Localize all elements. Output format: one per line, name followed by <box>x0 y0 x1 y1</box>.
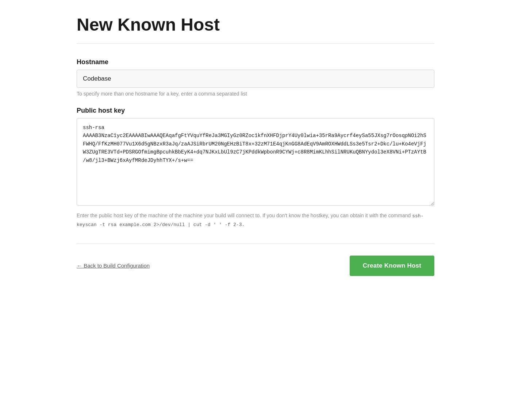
hostname-group: Hostname To specify more than one hostna… <box>77 58 434 97</box>
hostname-label: Hostname <box>77 58 434 66</box>
page-wrapper: New Known Host Hostname To specify more … <box>55 0 456 298</box>
footer-actions: ← Back to Build Configuration Create Kno… <box>77 256 434 276</box>
public-host-key-group: Public host key ssh-rsa AAAAB3NzaC1yc2EA… <box>77 107 434 229</box>
back-button[interactable]: ← Back to Build Configuration <box>77 262 150 269</box>
hostname-input[interactable] <box>77 70 434 88</box>
page-title: New Known Host <box>77 15 434 35</box>
bottom-divider <box>77 244 434 244</box>
public-host-key-textarea[interactable]: ssh-rsa AAAAB3NzaC1yc2EAAAABIwAAAQEAqafg… <box>77 118 434 206</box>
hostname-hint: To specify more than one hostname for a … <box>77 91 434 97</box>
public-host-key-label: Public host key <box>77 107 434 114</box>
public-host-key-description: Enter the public host key of the machine… <box>77 211 434 229</box>
create-known-host-button[interactable]: Create Known Host <box>350 256 434 276</box>
top-divider <box>77 43 434 44</box>
